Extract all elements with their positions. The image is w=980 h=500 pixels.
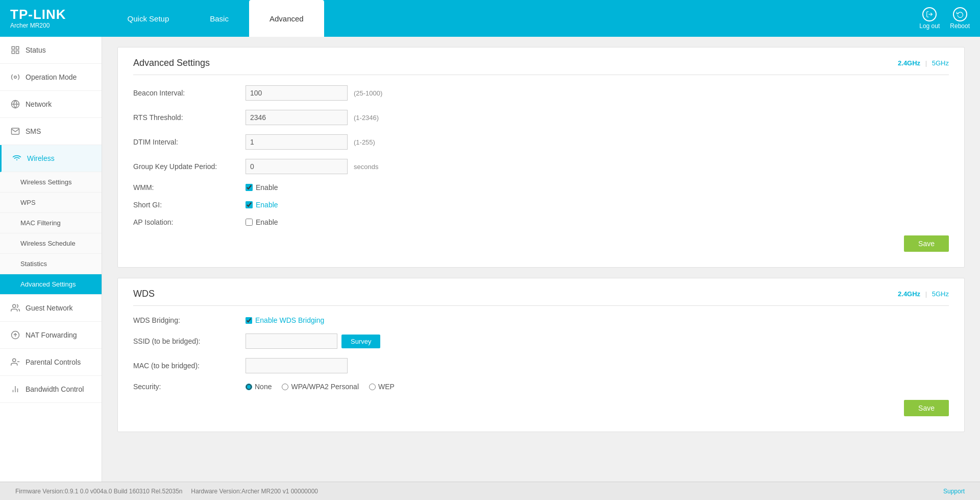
sidebar-item-wireless-settings[interactable]: Wireless Settings (0, 172, 102, 193)
short-gi-checkbox[interactable] (246, 201, 253, 208)
ap-isolation-checkbox[interactable] (246, 219, 253, 226)
wds-bridging-checkbox[interactable] (246, 317, 252, 324)
sidebar-item-wps[interactable]: WPS (0, 193, 102, 213)
security-none-label: None (255, 383, 272, 391)
ap-isolation-label: AP Isolation: (133, 218, 246, 226)
security-wpa-option: WPA/WPA2 Personal (282, 383, 359, 391)
wds-security-radio-group: None WPA/WPA2 Personal WEP (246, 383, 395, 391)
security-none-radio[interactable] (246, 384, 252, 390)
svg-rect-1 (12, 46, 14, 49)
security-wpa-radio[interactable] (282, 384, 288, 390)
brand-name: TP-LINK (10, 8, 66, 21)
wmm-row: WMM: Enable (133, 183, 949, 192)
logout-label: Log out (919, 22, 940, 30)
band-selector-advanced: 2.4GHz | 5GHz (898, 59, 949, 67)
wds-mac-row: MAC (to be bridged): (133, 358, 949, 373)
wds-bridging-label: WDS Bridging: (133, 316, 246, 324)
top-navigation: TP-LINK Archer MR200 Quick Setup Basic A… (0, 0, 980, 37)
short-gi-row: Short GI: Enable (133, 201, 949, 209)
dtim-interval-input[interactable] (246, 134, 348, 150)
sidebar-label-sms: SMS (26, 127, 41, 135)
svg-point-11 (13, 359, 16, 362)
sidebar-label-operation-mode: Operation Mode (26, 73, 77, 81)
rts-threshold-hint: (1-2346) (354, 114, 379, 122)
reboot-icon (953, 7, 967, 21)
sidebar-item-sms[interactable]: SMS (0, 118, 102, 145)
sidebar-label-guest-network: Guest Network (26, 304, 73, 312)
nav-basic[interactable]: Basic (189, 0, 249, 37)
wds-bridging-enable-label: Enable WDS Bridging (255, 316, 324, 324)
sidebar-item-status[interactable]: Status (0, 37, 102, 64)
nav-quick-setup[interactable]: Quick Setup (107, 0, 190, 37)
svg-point-5 (14, 76, 17, 79)
short-gi-enable-label: Enable (256, 201, 278, 209)
sidebar-item-guest-network[interactable]: Guest Network (0, 295, 102, 322)
wmm-label: WMM: (133, 183, 246, 192)
rts-threshold-input[interactable] (246, 110, 348, 125)
wds-security-label: Security: (133, 383, 246, 391)
sidebar-label-nat-forwarding: NAT Forwarding (26, 331, 77, 339)
sidebar-item-wireless-schedule[interactable]: Wireless Schedule (0, 233, 102, 254)
sidebar-item-parental-controls[interactable]: Parental Controls (0, 349, 102, 376)
model-name: Archer MR200 (10, 22, 66, 29)
sidebar-item-network[interactable]: Network (0, 91, 102, 118)
footer: Firmware Version:0.9.1 0.0 v004a.0 Build… (0, 482, 980, 500)
wmm-checkbox[interactable] (246, 184, 253, 191)
ap-isolation-row: AP Isolation: Enable (133, 218, 949, 226)
operation-mode-icon (10, 72, 20, 82)
svg-rect-3 (16, 51, 19, 54)
group-key-input[interactable] (246, 159, 348, 174)
svg-rect-2 (16, 46, 19, 49)
wds-band-5ghz[interactable]: 5GHz (932, 290, 949, 298)
wds-save-button[interactable]: Save (904, 400, 949, 416)
nat-forwarding-icon (10, 330, 20, 340)
band-2-4ghz-advanced[interactable]: 2.4GHz (898, 59, 920, 67)
wds-ssid-input-group: Survey (246, 334, 380, 349)
nav-actions: Log out Reboot (919, 7, 970, 30)
wds-card: WDS 2.4GHz | 5GHz WDS Bridging: Enable W… (117, 278, 965, 432)
sidebar-item-wireless[interactable]: Wireless (0, 145, 102, 172)
bandwidth-control-icon (10, 384, 20, 394)
reboot-button[interactable]: Reboot (950, 7, 970, 30)
sidebar-item-mac-filtering[interactable]: MAC Filtering (0, 213, 102, 233)
wds-header: WDS 2.4GHz | 5GHz (133, 289, 949, 306)
wds-band-sep: | (925, 290, 927, 298)
wds-security-row: Security: None WPA/WPA2 Personal WEP (133, 383, 949, 391)
wds-survey-button[interactable]: Survey (341, 335, 380, 348)
wds-mac-input[interactable] (246, 358, 348, 373)
sidebar-label-status: Status (26, 46, 46, 54)
band-5ghz-advanced[interactable]: 5GHz (932, 59, 949, 67)
security-wep-radio[interactable] (369, 384, 376, 390)
beacon-interval-hint: (25-1000) (354, 89, 382, 97)
sidebar: Status Operation Mode Network SMS Wirele… (0, 37, 102, 482)
wds-save-row: Save (133, 400, 949, 416)
wds-title: WDS (133, 289, 155, 299)
sidebar-item-statistics[interactable]: Statistics (0, 254, 102, 274)
beacon-interval-label: Beacon Interval: (133, 89, 246, 97)
wds-bridging-row: WDS Bridging: Enable WDS Bridging (133, 316, 949, 324)
nav-advanced[interactable]: Advanced (249, 0, 324, 37)
sidebar-item-bandwidth-control[interactable]: Bandwidth Control (0, 376, 102, 403)
parental-controls-icon (10, 357, 20, 367)
beacon-interval-input[interactable] (246, 85, 348, 101)
sms-icon (10, 126, 20, 136)
wds-band-2-4ghz[interactable]: 2.4GHz (898, 290, 920, 298)
beacon-interval-row: Beacon Interval: (25-1000) (133, 85, 949, 101)
band-sep-advanced: | (925, 59, 927, 67)
main-layout: Status Operation Mode Network SMS Wirele… (0, 37, 980, 482)
wds-ssid-row-container: SSID (to be bridged): Survey (133, 334, 949, 349)
status-icon (10, 45, 20, 55)
security-wep-option: WEP (369, 383, 395, 391)
group-key-hint: seconds (354, 163, 378, 171)
wds-ssid-input[interactable] (246, 334, 337, 349)
logout-button[interactable]: Log out (919, 7, 940, 30)
sidebar-item-advanced-settings[interactable]: Advanced Settings (0, 274, 102, 295)
advanced-settings-card: Advanced Settings 2.4GHz | 5GHz Beacon I… (117, 47, 965, 268)
svg-rect-4 (12, 51, 14, 54)
wmm-enable-label: Enable (256, 183, 278, 192)
sidebar-item-nat-forwarding[interactable]: NAT Forwarding (0, 322, 102, 349)
footer-support-link[interactable]: Support (943, 488, 965, 495)
advanced-settings-save-button[interactable]: Save (904, 235, 949, 252)
sidebar-label-bandwidth-control: Bandwidth Control (26, 385, 84, 393)
sidebar-item-operation-mode[interactable]: Operation Mode (0, 64, 102, 91)
